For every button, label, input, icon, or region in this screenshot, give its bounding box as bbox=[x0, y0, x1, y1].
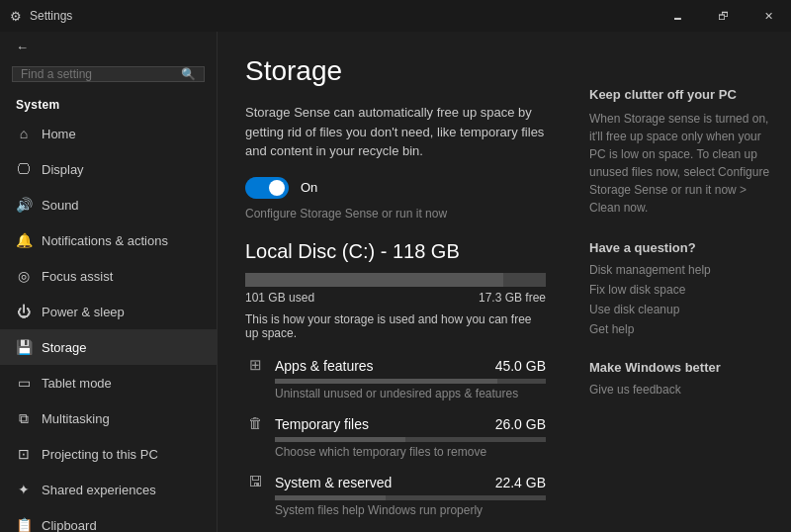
sidebar-item-label: Focus assist bbox=[42, 269, 113, 284]
temp-desc: Choose which temporary files to remove bbox=[275, 445, 546, 459]
shared-icon: ✦ bbox=[16, 482, 32, 497]
system-name: System & reserved bbox=[275, 475, 485, 490]
close-button[interactable]: ✕ bbox=[746, 0, 791, 32]
toggle-knob bbox=[269, 180, 285, 196]
home-icon: ⌂ bbox=[16, 126, 32, 141]
titlebar: ⚙ Settings 🗕 🗗 ✕ bbox=[0, 0, 791, 32]
sidebar-item-shared[interactable]: ✦ Shared experiences bbox=[0, 472, 217, 507]
titlebar-controls: 🗕 🗗 ✕ bbox=[655, 0, 791, 32]
storage-items-list: ⊞ Apps & features 45.0 GB Uninstall unus… bbox=[245, 356, 546, 533]
sidebar-item-tablet[interactable]: ▭ Tablet mode bbox=[0, 365, 217, 400]
sidebar-item-multitasking[interactable]: ⧉ Multitasking bbox=[0, 400, 217, 436]
windows-better-section: Make Windows better Give us feedback bbox=[589, 360, 771, 397]
sidebar-item-label: Multitasking bbox=[42, 411, 110, 426]
disc-free-label: 17.3 GB free bbox=[479, 291, 546, 305]
power-icon: ⏻ bbox=[16, 304, 32, 319]
toggle-row: On bbox=[245, 177, 546, 199]
temp-icon: 🗑 bbox=[245, 414, 265, 434]
main-area: Storage Storage Sense can automatically … bbox=[218, 0, 791, 532]
sidebar-item-label: Display bbox=[42, 162, 84, 177]
sidebar: ← 🔍 System ⌂ Home 🖵 Display 🔊 Sound 🔔 No… bbox=[0, 0, 218, 532]
storage-item-apps[interactable]: ⊞ Apps & features 45.0 GB Uninstall unus… bbox=[245, 356, 546, 400]
back-icon: ← bbox=[16, 40, 29, 54]
system-bar-fill bbox=[275, 495, 386, 500]
temp-bar-wrap bbox=[275, 437, 546, 442]
question-link[interactable]: Disk management help bbox=[589, 263, 771, 277]
question-section: Have a question? Disk management helpFix… bbox=[589, 240, 771, 336]
windows-better-title: Make Windows better bbox=[589, 360, 771, 375]
sidebar-item-label: Sound bbox=[42, 198, 79, 213]
focus-icon: ◎ bbox=[16, 268, 32, 284]
disc-title: Local Disc (C:) - 118 GB bbox=[245, 240, 546, 263]
sidebar-items: ⌂ Home 🖵 Display 🔊 Sound 🔔 Notifications… bbox=[0, 116, 217, 532]
back-button[interactable]: ← bbox=[0, 32, 217, 62]
sidebar-item-power[interactable]: ⏻ Power & sleep bbox=[0, 294, 217, 329]
sidebar-item-focus[interactable]: ◎ Focus assist bbox=[0, 258, 217, 294]
apps-icon: ⊞ bbox=[245, 356, 265, 376]
multitasking-icon: ⧉ bbox=[16, 410, 32, 427]
question-link[interactable]: Fix low disk space bbox=[589, 283, 771, 297]
disc-bar-container bbox=[245, 273, 546, 287]
sidebar-item-display[interactable]: 🖵 Display bbox=[0, 151, 217, 187]
sidebar-item-label: Tablet mode bbox=[42, 376, 112, 391]
apps-name: Apps & features bbox=[275, 358, 485, 374]
disc-help-text: This is how your storage is used and how… bbox=[245, 312, 546, 340]
search-input[interactable] bbox=[21, 67, 181, 81]
sidebar-item-label: Clipboard bbox=[42, 518, 97, 533]
question-link[interactable]: Get help bbox=[589, 322, 771, 336]
storage-sense-description: Storage Sense can automatically free up … bbox=[245, 103, 546, 161]
search-box[interactable]: 🔍 bbox=[12, 66, 205, 82]
page-title: Storage bbox=[245, 55, 546, 87]
sidebar-item-label: Home bbox=[42, 127, 76, 141]
feedback-link[interactable]: Give us feedback bbox=[589, 383, 771, 397]
restore-button[interactable]: 🗗 bbox=[700, 0, 746, 32]
keep-clutter-title: Keep clutter off your PC bbox=[589, 87, 771, 102]
disc-bar-used bbox=[245, 273, 503, 287]
sidebar-item-storage[interactable]: 💾 Storage bbox=[0, 329, 217, 365]
temp-bar-bg bbox=[275, 437, 546, 442]
sidebar-item-label: Projecting to this PC bbox=[42, 447, 158, 462]
storage-sense-toggle[interactable] bbox=[245, 177, 289, 199]
sidebar-item-sound[interactable]: 🔊 Sound bbox=[0, 187, 217, 222]
settings-icon: ⚙ bbox=[10, 9, 22, 24]
titlebar-title: Settings bbox=[30, 9, 72, 23]
system-size: 22.4 GB bbox=[495, 475, 546, 490]
sidebar-item-label: Power & sleep bbox=[42, 305, 125, 319]
temp-size: 26.0 GB bbox=[495, 416, 546, 432]
temp-bar-fill bbox=[275, 437, 405, 442]
sidebar-section-label: System bbox=[0, 90, 217, 116]
projecting-icon: ⊡ bbox=[16, 446, 32, 462]
disc-bar-labels: 101 GB used 17.3 GB free bbox=[245, 291, 546, 305]
display-icon: 🖵 bbox=[16, 161, 32, 177]
notifications-icon: 🔔 bbox=[16, 232, 32, 248]
storage-item-system[interactable]: 🖫 System & reserved 22.4 GB System files… bbox=[245, 473, 546, 517]
sidebar-item-clipboard[interactable]: 📋 Clipboard bbox=[0, 507, 217, 532]
configure-link[interactable]: Configure Storage Sense or run it now bbox=[245, 207, 546, 221]
apps-bar-bg bbox=[275, 379, 546, 384]
sidebar-item-projecting[interactable]: ⊡ Projecting to this PC bbox=[0, 436, 217, 472]
apps-desc: Uninstall unused or undesired apps & fea… bbox=[275, 387, 546, 400]
question-title: Have a question? bbox=[589, 240, 771, 255]
system-icon: 🖫 bbox=[245, 473, 265, 492]
titlebar-left: ⚙ Settings bbox=[10, 9, 72, 24]
apps-size: 45.0 GB bbox=[495, 358, 546, 374]
minimize-button[interactable]: 🗕 bbox=[655, 0, 700, 32]
temp-name: Temporary files bbox=[275, 416, 485, 432]
question-link[interactable]: Use disk cleanup bbox=[589, 303, 771, 316]
disc-used-label: 101 GB used bbox=[245, 291, 314, 305]
apps-bar-wrap bbox=[275, 379, 546, 384]
keep-clutter-body: When Storage sense is turned on, it'll f… bbox=[589, 110, 771, 217]
sidebar-item-label: Shared experiences bbox=[42, 483, 156, 497]
sound-icon: 🔊 bbox=[16, 197, 32, 213]
sidebar-item-label: Storage bbox=[42, 340, 87, 355]
sidebar-item-home[interactable]: ⌂ Home bbox=[0, 116, 217, 151]
system-bar-wrap bbox=[275, 495, 546, 500]
sidebar-item-label: Notifications & actions bbox=[42, 233, 168, 248]
content-area: Storage Storage Sense can automatically … bbox=[218, 32, 573, 532]
system-desc: System files help Windows run properly bbox=[275, 503, 546, 517]
keep-clutter-section: Keep clutter off your PC When Storage se… bbox=[589, 87, 771, 217]
right-panel: Keep clutter off your PC When Storage se… bbox=[573, 32, 791, 532]
sidebar-item-notifications[interactable]: 🔔 Notifications & actions bbox=[0, 222, 217, 258]
toggle-label: On bbox=[301, 180, 317, 195]
storage-item-temp[interactable]: 🗑 Temporary files 26.0 GB Choose which t… bbox=[245, 414, 546, 459]
